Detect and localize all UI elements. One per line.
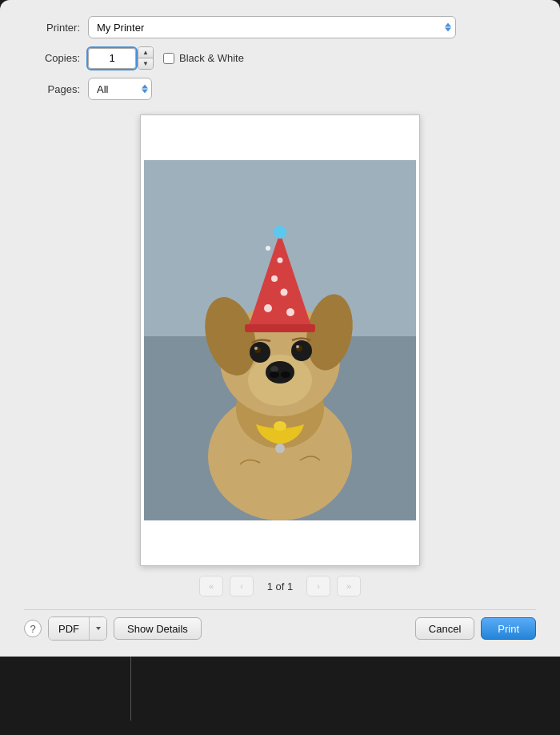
print-button[interactable]: Print bbox=[481, 617, 536, 640]
print-dialog: Printer: My Printer Copies: ▲ ▼ Black & … bbox=[0, 0, 560, 657]
pdf-chevron-icon bbox=[94, 625, 102, 633]
copies-row: Copies: ▲ ▼ Black & White bbox=[24, 46, 536, 70]
pages-row: Pages: All Current Page Range bbox=[24, 78, 536, 100]
svg-point-13 bbox=[250, 342, 270, 363]
svg-point-9 bbox=[266, 361, 294, 384]
last-page-button[interactable]: » bbox=[337, 576, 361, 596]
bw-label[interactable]: Black & White bbox=[163, 52, 244, 64]
prev-page-icon: ‹ bbox=[240, 581, 243, 591]
cancel-button[interactable]: Cancel bbox=[415, 617, 474, 640]
svg-point-10 bbox=[270, 366, 278, 372]
printer-row: Printer: My Printer bbox=[24, 16, 536, 38]
copies-label: Copies: bbox=[24, 52, 88, 64]
preview-container bbox=[24, 114, 536, 566]
dog-illustration bbox=[144, 160, 416, 520]
svg-point-12 bbox=[281, 372, 290, 378]
next-page-button[interactable]: › bbox=[306, 576, 330, 596]
first-page-icon: « bbox=[209, 581, 214, 591]
svg-point-27 bbox=[274, 226, 286, 239]
bw-checkbox[interactable] bbox=[163, 53, 174, 64]
bw-label-text: Black & White bbox=[179, 52, 244, 64]
help-icon: ? bbox=[30, 623, 35, 635]
bottom-bar: ? PDF Show Details Cancel Print bbox=[24, 609, 536, 641]
printer-select[interactable]: My Printer bbox=[88, 16, 456, 38]
copies-stepper: ▲ ▼ bbox=[138, 46, 154, 70]
copies-decrement-button[interactable]: ▼ bbox=[138, 58, 153, 69]
svg-marker-30 bbox=[96, 627, 101, 630]
next-page-icon: › bbox=[317, 581, 320, 591]
printer-label: Printer: bbox=[24, 22, 88, 34]
copies-input[interactable] bbox=[88, 48, 136, 69]
svg-point-29 bbox=[275, 444, 285, 453]
pages-select[interactable]: All Current Page Range bbox=[88, 78, 152, 100]
svg-point-11 bbox=[270, 372, 279, 378]
svg-point-21 bbox=[281, 289, 288, 296]
svg-point-20 bbox=[264, 304, 272, 312]
svg-point-28 bbox=[274, 421, 286, 431]
svg-point-17 bbox=[254, 347, 258, 350]
dog-preview bbox=[144, 160, 416, 520]
pages-select-wrapper: All Current Page Range bbox=[88, 78, 152, 100]
preview-paper bbox=[140, 114, 420, 566]
vertical-line-decoration bbox=[130, 657, 131, 721]
svg-point-24 bbox=[278, 258, 283, 263]
first-page-button[interactable]: « bbox=[199, 576, 223, 596]
svg-point-23 bbox=[286, 308, 294, 316]
pdf-group: PDF bbox=[48, 617, 107, 641]
help-button[interactable]: ? bbox=[24, 620, 42, 637]
copies-increment-button[interactable]: ▲ bbox=[138, 47, 153, 58]
printer-select-wrapper: My Printer bbox=[88, 16, 456, 38]
svg-point-22 bbox=[271, 275, 278, 282]
pages-label: Pages: bbox=[24, 83, 88, 95]
bottom-black-bar bbox=[0, 657, 560, 735]
svg-point-18 bbox=[296, 345, 299, 348]
page-navigation: « ‹ 1 of 1 › » bbox=[24, 576, 536, 596]
svg-point-14 bbox=[291, 340, 312, 361]
page-indicator: 1 of 1 bbox=[260, 580, 300, 592]
svg-rect-26 bbox=[245, 324, 315, 332]
svg-point-25 bbox=[266, 246, 270, 251]
pdf-button[interactable]: PDF bbox=[49, 617, 89, 640]
pdf-dropdown-button[interactable] bbox=[89, 617, 106, 640]
show-details-button[interactable]: Show Details bbox=[114, 617, 202, 640]
last-page-icon: » bbox=[346, 581, 351, 591]
prev-page-button[interactable]: ‹ bbox=[230, 576, 254, 596]
